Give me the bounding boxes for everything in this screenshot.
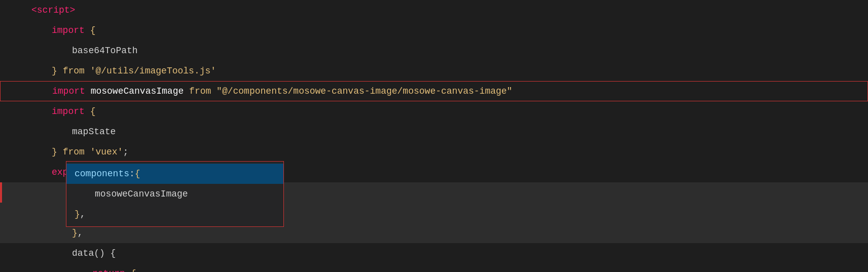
code-line-13: data () { (0, 243, 868, 263)
autocomplete-item-1[interactable]: components: { (66, 164, 283, 184)
autocomplete-colon: : (129, 167, 135, 181)
line-content-3: base64ToPath (26, 41, 868, 61)
token-from-1: from (63, 64, 85, 79)
token-space (85, 84, 91, 99)
token-brace: { (90, 23, 96, 38)
code-line-6: import { (0, 101, 868, 122)
token-space (57, 64, 63, 79)
code-line-1: <script> (0, 0, 868, 20)
token-brace-5: { (131, 266, 136, 272)
code-line-8: } from 'vuex' ; (0, 142, 868, 162)
autocomplete-popup[interactable]: components: { mosoweCanvasImage }, (66, 161, 284, 227)
token-comma: , (78, 226, 83, 241)
token-space (57, 145, 63, 160)
line-content-1: <script> (26, 0, 868, 20)
autocomplete-item-2[interactable]: mosoweCanvasImage (66, 184, 283, 204)
token-import: import (52, 23, 85, 38)
code-editor: <script> import { base64ToPath } from (0, 0, 868, 272)
token-string-imagetools: '@/utils/imageTools.js' (90, 64, 216, 79)
token-space (85, 104, 90, 119)
token-tag: <script> (31, 3, 75, 18)
line-content-13: data () { (26, 243, 868, 263)
token-space (211, 84, 216, 99)
code-line-4: } from '@/utils/imageTools.js' (0, 61, 868, 81)
autocomplete-comma: , (80, 207, 86, 222)
code-line-3: base64ToPath (0, 41, 868, 61)
token-import-2: import (52, 84, 85, 99)
code-line-2: import { (0, 20, 868, 41)
token-from-3: from (63, 145, 85, 160)
code-line-14: return { (0, 263, 868, 272)
line-content-2: import { (26, 20, 868, 41)
line-content-7: mapState (26, 122, 868, 142)
token-data: data (72, 246, 94, 261)
autocomplete-mosowe: mosoweCanvasImage (95, 187, 188, 202)
token-close-brace: } (52, 64, 57, 79)
line-content-8: } from 'vuex' ; (26, 142, 868, 162)
autocomplete-key: components (75, 167, 129, 181)
autocomplete-brace: { (135, 167, 140, 181)
token-space (85, 23, 90, 38)
token-space (125, 266, 131, 272)
token-base64: base64ToPath (72, 44, 138, 58)
token-close-brace-3: } (72, 226, 78, 241)
code-line-5: import mosoweCanvasImage from "@/compone… (0, 81, 868, 101)
code-line-7: mapState (0, 122, 868, 142)
line-content-6: import { (26, 101, 868, 122)
autocomplete-item-3[interactable]: }, (66, 204, 283, 224)
token-import-3: import (52, 104, 85, 119)
token-close-brace-2: } (52, 145, 57, 160)
token-mosowe-canvas: mosoweCanvasImage (91, 84, 184, 99)
line-content-4: } from '@/utils/imageTools.js' (26, 61, 868, 81)
token-string-vuex: 'vuex' (90, 145, 123, 160)
token-mapstate: mapState (72, 125, 116, 139)
token-string-canvas: "@/components/mosowe-canvas-image/mosowe… (216, 84, 512, 99)
token-space (85, 145, 90, 160)
token-from-2: from (189, 84, 211, 99)
token-return: return (92, 266, 125, 272)
token-data-paren: () { (94, 246, 116, 261)
line-content-14: return { (26, 263, 868, 272)
token-space (85, 64, 90, 79)
autocomplete-close: } (75, 207, 80, 222)
line-content-5: import mosoweCanvasImage from "@/compone… (27, 82, 867, 101)
diff-marker (0, 182, 2, 203)
token-brace-2: { (90, 104, 96, 119)
token-space (184, 84, 189, 99)
token-semicolon: ; (123, 145, 128, 160)
